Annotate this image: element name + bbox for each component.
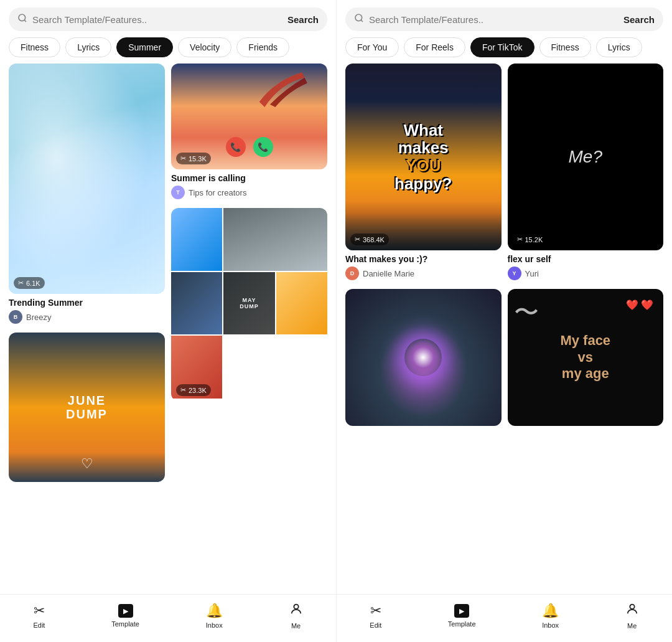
svg-line-4 [361,20,363,22]
collage-5 [276,272,327,335]
svg-point-2 [294,605,298,609]
card-flex-ur-self[interactable]: Me? ✂ 15.2K flex ur self Y Yuri [508,64,664,283]
nav-me-right[interactable]: Me [625,602,639,630]
collage-1 [171,208,222,271]
heart-1: ❤️ [626,299,638,311]
swirl-decoration: 〜 [514,295,539,329]
pill-friends-left[interactable]: Friends [236,37,289,57]
bottom-nav-right: ✂ Edit ▶ Template 🔔 Inbox Me [337,594,672,642]
thumb-glow [345,289,502,426]
scissors-icon-what-makes: ✂ [355,235,360,243]
thumb-summer-calling: 📞 📞 ✂ 15.3K [171,64,327,169]
nav-template-right[interactable]: ▶ Template [448,604,476,628]
nav-edit-left[interactable]: ✂ Edit [33,603,45,629]
card-trending-summer[interactable]: ✂ 6.1K Trending Summer B Breezy [9,64,165,326]
svg-point-0 [19,14,26,21]
pill-for-tiktok-right[interactable]: For TikTok [470,37,534,57]
card-what-makes[interactable]: What makes YOU happy? ✂ 368.4K What make… [345,64,502,283]
left-col: ✂ 6.1K Trending Summer B Breezy [9,64,165,482]
nav-inbox-left[interactable]: 🔔 Inbox [206,603,223,629]
main-grid-left: ✂ 6.1K Trending Summer B Breezy [9,64,327,482]
card-info-summer-calling: Summer is calling T Tips for creators [171,169,327,202]
heart-icon-june: ♡ [81,456,93,472]
card-may-dump[interactable]: MAYDUMP ✂ 23.3K [171,208,327,401]
my-face-text: My face vs my age [560,333,610,382]
card-june-dump[interactable]: JUNE DUMP ♡ [9,333,165,482]
creator-name-trending: Breezy [26,313,51,322]
creator-name-summer-calling: Tips for creators [189,188,246,197]
pill-lyrics-right[interactable]: Lyrics [596,37,642,57]
nav-edit-right[interactable]: ✂ Edit [370,603,381,629]
search-button-right[interactable]: Search [623,14,655,25]
edit-icon-left: ✂ [34,603,45,619]
me-text: Me? [569,147,602,167]
template-icon-left: ▶ [118,604,133,618]
nav-edit-label-left: Edit [33,621,45,629]
search-input-right[interactable] [369,14,618,25]
june-dump-text: JUNE DUMP [66,394,108,421]
svg-point-3 [355,14,362,21]
template-icon-filled-right: ▶ [454,604,469,618]
nav-me-label-right: Me [627,622,637,630]
pill-summer-left[interactable]: Summer [116,37,173,57]
collage-3 [171,272,222,335]
card-info-flex: flex ur self Y Yuri [508,250,664,283]
search-input-left[interactable] [32,14,282,25]
nav-me-label-left: Me [291,622,301,630]
heart-2: ❤️ [641,299,653,311]
nav-template-left[interactable]: ▶ Template [111,604,139,628]
thumb-what-makes: What makes YOU happy? ✂ 368.4K [345,64,502,250]
card-glow[interactable] [345,289,502,426]
content-area-left: ✂ 6.1K Trending Summer B Breezy [0,64,336,594]
scissors-icon-may: ✂ [180,386,186,394]
creator-row-flex: Y Yuri [508,267,664,280]
decline-btn: 📞 [226,137,246,157]
right-panel: Search For You For Reels For TikTok Fitn… [336,0,672,642]
left-panel: Search Fitness Lyrics Summer Velocity Fr… [0,0,336,642]
pill-fitness-right[interactable]: Fitness [539,37,591,57]
card-summer-calling[interactable]: 📞 📞 ✂ 15.3K Summer is calling T [171,64,327,202]
svg-line-1 [24,20,26,22]
nav-me-left[interactable]: Me [289,602,303,630]
card-my-face[interactable]: 〜 ❤️ ❤️ My face vs my age [508,289,664,426]
creator-row-summer-calling: T Tips for creators [171,186,327,199]
pills-row-left: Fitness Lyrics Summer Velocity Friends [0,37,336,64]
card-title-what-makes: What makes you :)? [345,254,502,264]
glow-light [404,339,442,376]
plane-wing-svg [253,70,309,107]
search-button-left[interactable]: Search [287,14,319,25]
search-bar-right[interactable]: Search [345,7,663,31]
use-count-may-dump: ✂ 23.3K [176,384,211,396]
may-dump-label: MAYDUMP [240,297,259,309]
bottom-nav-left: ✂ Edit ▶ Template 🔔 Inbox Me [0,594,336,642]
nav-edit-label-right: Edit [370,621,381,629]
collage-4: MAYDUMP [223,272,274,335]
nav-template-label-right: Template [448,620,476,628]
pill-for-you-right[interactable]: For You [345,37,399,57]
template-icon-right: ▶ [454,604,469,618]
card-title-trending: Trending Summer [9,298,165,308]
use-count-trending: ✂ 6.1K [14,277,45,289]
content-area-right: What makes YOU happy? ✂ 368.4K What make… [337,64,672,594]
pill-lyrics-left[interactable]: Lyrics [65,37,111,57]
edit-icon-right: ✂ [370,603,381,619]
right-col: 📞 📞 ✂ 15.3K Summer is calling T [171,64,327,401]
what-makes-text: What makes YOU happy? [394,121,452,192]
search-bar-left[interactable]: Search [9,7,327,31]
pill-velocity-left[interactable]: Velocity [178,37,231,57]
creator-name-what-makes: Danielle Marie [363,269,414,278]
svg-point-5 [630,605,634,609]
pill-fitness-left[interactable]: Fitness [9,37,60,57]
avatar-trending: B [9,310,22,324]
avatar-flex: Y [508,267,521,280]
search-icon-left [17,13,27,26]
nav-template-label-left: Template [111,620,139,628]
thumb-flex-ur-self: Me? ✂ 15.2K [508,64,664,250]
search-icon-right [354,13,364,26]
inbox-icon-right: 🔔 [542,603,559,619]
nav-inbox-right[interactable]: 🔔 Inbox [542,603,559,629]
avatar-summer-calling: T [171,186,185,199]
creator-name-flex: Yuri [525,269,539,278]
template-icon-filled-left: ▶ [118,604,133,618]
pill-for-reels-right[interactable]: For Reels [404,37,465,57]
